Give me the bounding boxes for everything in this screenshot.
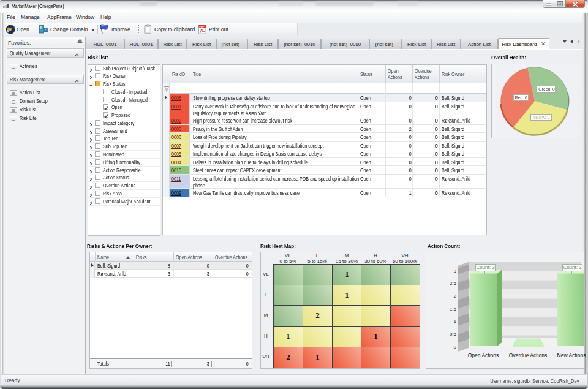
svg-text:PDF: PDF bbox=[199, 26, 204, 28]
